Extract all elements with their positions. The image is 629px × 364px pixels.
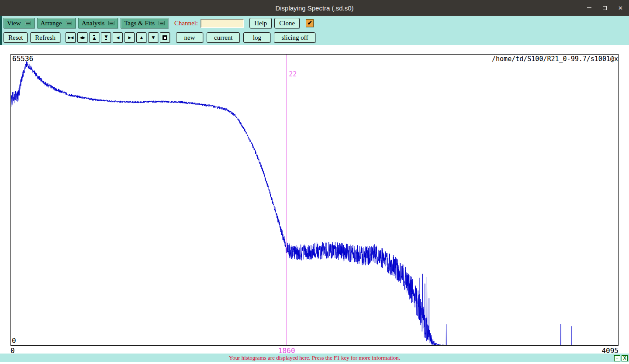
menu-indicator-icon: [66, 21, 72, 25]
toolbar-row-2: Reset Refresh ▶◀◀▶▲▼◀▶▲▼ new current log…: [0, 30, 629, 45]
page-up-icon: ▲: [93, 35, 96, 40]
toolbar: ViewArrangeAnalysisTags & Fits Channel: …: [0, 16, 629, 45]
nav-button-group: ▶◀◀▶▲▼◀▶▲▼: [66, 32, 170, 43]
scroll-right-button[interactable]: ▶: [124, 32, 135, 43]
spectrum-path-label: /home/td/S100/R21_0-99.7/s1001@x: [492, 55, 618, 63]
y-axis-min-label: 0: [12, 337, 16, 345]
slicing-toggle-button[interactable]: slicing off: [274, 32, 315, 43]
menu-button-tags-fits[interactable]: Tags & Fits: [121, 18, 168, 28]
reset-button[interactable]: Reset: [3, 32, 28, 43]
current-button[interactable]: current: [207, 32, 240, 43]
status-message: Your histograms are displayed here. Pres…: [229, 354, 400, 361]
menu-indicator-icon: [108, 21, 114, 25]
close-button[interactable]: ✕: [618, 5, 623, 11]
refresh-button[interactable]: Refresh: [30, 32, 60, 43]
page-down-icon: ▼: [105, 35, 107, 40]
update-checkbox[interactable]: ✔: [306, 19, 314, 27]
page-down-button[interactable]: ▼: [101, 32, 111, 43]
full-view-icon: [162, 35, 167, 40]
checkmark-icon: ✔: [308, 20, 312, 27]
status-mini-controls: − X: [614, 355, 628, 361]
minimize-button[interactable]: [587, 7, 591, 8]
scroll-down-button[interactable]: ▼: [148, 32, 158, 43]
channel-label: Channel:: [174, 20, 198, 27]
menu-indicator-icon: [159, 21, 165, 25]
scroll-up-button[interactable]: ▲: [136, 32, 146, 43]
menu-indicator-icon: [25, 21, 31, 25]
maximize-button[interactable]: [603, 6, 607, 10]
toolbar-row-1: ViewArrangeAnalysisTags & Fits Channel: …: [0, 16, 629, 30]
maximize-icon: [603, 6, 607, 10]
page-up-button[interactable]: ▲: [89, 32, 99, 43]
scroll-up-icon: ▲: [140, 36, 143, 40]
window-title: Displaying Spectra (.sd.s0): [275, 4, 353, 12]
spectrum-trace: [11, 62, 618, 345]
window-controls: ✕: [587, 0, 623, 16]
menu-button-arrange[interactable]: Arrange: [37, 18, 76, 28]
scroll-left-icon: ◀: [117, 36, 119, 40]
menu-button-analysis[interactable]: Analysis: [78, 18, 118, 28]
menu-bar: ViewArrangeAnalysisTags & Fits: [3, 18, 168, 28]
clone-button[interactable]: Clone: [274, 18, 300, 28]
minimize-icon: [587, 7, 591, 8]
status-close-button[interactable]: X: [622, 355, 628, 361]
titlebar[interactable]: Displaying Spectra (.sd.s0) ✕: [0, 0, 629, 16]
cursor-count-label: 22: [289, 70, 297, 78]
menu-label-arrange: Arrange: [41, 20, 62, 27]
channel-input[interactable]: [200, 19, 244, 28]
status-bar: Your histograms are displayed here. Pres…: [0, 354, 629, 362]
menu-label-analysis: Analysis: [82, 20, 105, 27]
expand-horizontal-button[interactable]: ◀▶: [77, 32, 87, 43]
scroll-down-icon: ▼: [152, 36, 155, 40]
help-button[interactable]: Help: [249, 18, 272, 28]
menu-label-tags-fits: Tags & Fits: [124, 20, 155, 27]
spectrum-plot: [11, 55, 618, 345]
fit-horizontal-button[interactable]: ▶◀: [66, 32, 76, 43]
new-button[interactable]: new: [176, 32, 203, 43]
y-axis-max-label: 65536: [12, 55, 33, 63]
status-minimize-button[interactable]: −: [614, 355, 620, 361]
fit-horizontal-icon: ▶◀: [68, 36, 73, 40]
expand-horizontal-icon: ◀▶: [80, 36, 85, 40]
scroll-left-button[interactable]: ◀: [113, 32, 123, 43]
app-window: Displaying Spectra (.sd.s0) ✕ ViewArrang…: [0, 0, 629, 364]
menu-button-view[interactable]: View: [3, 18, 35, 28]
scroll-right-icon: ▶: [128, 36, 131, 40]
log-button[interactable]: log: [243, 32, 270, 43]
menu-label-view: View: [7, 20, 21, 27]
plot-area[interactable]: [10, 54, 619, 346]
full-view-button[interactable]: [160, 32, 170, 43]
